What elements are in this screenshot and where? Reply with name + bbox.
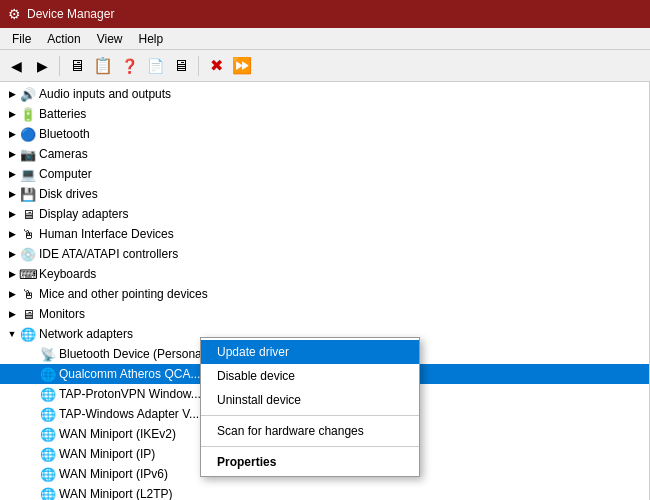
toolbar-properties[interactable]: 🖥 [65,54,89,78]
label-networkadapters: Network adapters [39,327,133,341]
toolbar-scan[interactable]: ✖ [204,54,228,78]
tree-item-diskdrives[interactable]: ▶ 💾 Disk drives [0,184,649,204]
icon-display: 🖥 [20,206,36,222]
toolbar-forward[interactable]: ▶ [30,54,54,78]
title-bar-text: Device Manager [27,7,114,21]
toolbar-sep2 [198,56,199,76]
toolbar-refresh[interactable]: ⏩ [230,54,254,78]
label-mice: Mice and other pointing devices [39,287,208,301]
tree-item-monitors[interactable]: ▶ 🖥 Monitors [0,304,649,324]
icon-diskdrives: 💾 [20,186,36,202]
icon-mice: 🖱 [20,286,36,302]
toggle-hid[interactable]: ▶ [4,226,20,242]
icon-bluetooth-pan: 📡 [40,346,56,362]
label-wan-ikev2: WAN Miniport (IKEv2) [59,427,176,441]
label-tap-windows: TAP-Windows Adapter V... [59,407,199,421]
main-content: ▶ 🔊 Audio inputs and outputs ▶ 🔋 Batteri… [0,82,650,500]
toggle-networkadapters[interactable]: ▼ [4,326,20,342]
toggle-bluetooth[interactable]: ▶ [4,126,20,142]
toggle-diskdrives[interactable]: ▶ [4,186,20,202]
tree-item-wan-l2tp[interactable]: ▶ 🌐 WAN Miniport (L2TP) [0,484,649,500]
icon-wan-ikev2: 🌐 [40,426,56,442]
label-hid: Human Interface Devices [39,227,174,241]
label-diskdrives: Disk drives [39,187,98,201]
toggle-mice[interactable]: ▶ [4,286,20,302]
context-menu-scan-hardware[interactable]: Scan for hardware changes [201,419,419,443]
tree-item-computer[interactable]: ▶ 💻 Computer [0,164,649,184]
icon-monitors: 🖥 [20,306,36,322]
toolbar-doc[interactable]: 📄 [143,54,167,78]
toggle-audio[interactable]: ▶ [4,86,20,102]
label-ide: IDE ATA/ATAPI controllers [39,247,178,261]
tree-item-cameras[interactable]: ▶ 📷 Cameras [0,144,649,164]
tree-item-display[interactable]: ▶ 🖥 Display adapters [0,204,649,224]
label-wan-ipv6: WAN Miniport (IPv6) [59,467,168,481]
icon-tap-protonvpn: 🌐 [40,386,56,402]
menu-action[interactable]: Action [39,30,88,48]
tree-item-ide[interactable]: ▶ 💿 IDE ATA/ATAPI controllers [0,244,649,264]
label-tap-protonvpn: TAP-ProtonVPN Window... [59,387,201,401]
icon-bluetooth: 🔵 [20,126,36,142]
context-menu-disable-device[interactable]: Disable device [201,364,419,388]
toggle-display[interactable]: ▶ [4,206,20,222]
context-menu-sep2 [201,446,419,447]
tree-item-bluetooth[interactable]: ▶ 🔵 Bluetooth [0,124,649,144]
toolbar: ◀ ▶ 🖥 📋 ❓ 📄 🖥 ✖ ⏩ [0,50,650,82]
tree-item-audio[interactable]: ▶ 🔊 Audio inputs and outputs [0,84,649,104]
context-menu-sep1 [201,415,419,416]
icon-wan-ip: 🌐 [40,446,56,462]
context-menu-uninstall-device[interactable]: Uninstall device [201,388,419,412]
toolbar-monitor[interactable]: 🖥 [169,54,193,78]
tree-item-batteries[interactable]: ▶ 🔋 Batteries [0,104,649,124]
icon-qualcomm: 🌐 [40,366,56,382]
toolbar-back[interactable]: ◀ [4,54,28,78]
toolbar-update[interactable]: 📋 [91,54,115,78]
tree-item-keyboards[interactable]: ▶ ⌨ Keyboards [0,264,649,284]
toolbar-sep1 [59,56,60,76]
tree-item-mice[interactable]: ▶ 🖱 Mice and other pointing devices [0,284,649,304]
menu-help[interactable]: Help [131,30,172,48]
context-menu: Update driver Disable device Uninstall d… [200,337,420,477]
icon-cameras: 📷 [20,146,36,162]
icon-audio: 🔊 [20,86,36,102]
context-menu-update-driver[interactable]: Update driver [201,340,419,364]
icon-wan-ipv6: 🌐 [40,466,56,482]
toggle-batteries[interactable]: ▶ [4,106,20,122]
title-bar: ⚙ Device Manager [0,0,650,28]
label-qualcomm: Qualcomm Atheros QCA... [59,367,200,381]
menu-file[interactable]: File [4,30,39,48]
toggle-monitors[interactable]: ▶ [4,306,20,322]
label-monitors: Monitors [39,307,85,321]
label-computer: Computer [39,167,92,181]
tree-item-hid[interactable]: ▶ 🖱 Human Interface Devices [0,224,649,244]
icon-ide: 💿 [20,246,36,262]
label-wan-l2tp: WAN Miniport (L2TP) [59,487,173,500]
menu-bar: File Action View Help [0,28,650,50]
icon-keyboards: ⌨ [20,266,36,282]
label-audio: Audio inputs and outputs [39,87,171,101]
toggle-computer[interactable]: ▶ [4,166,20,182]
menu-view[interactable]: View [89,30,131,48]
title-bar-icon: ⚙ [8,6,21,22]
toggle-ide[interactable]: ▶ [4,246,20,262]
toolbar-help[interactable]: ❓ [117,54,141,78]
icon-computer: 💻 [20,166,36,182]
label-display: Display adapters [39,207,128,221]
context-menu-properties[interactable]: Properties [201,450,419,474]
icon-tap-windows: 🌐 [40,406,56,422]
label-bluetooth: Bluetooth [39,127,90,141]
toggle-cameras[interactable]: ▶ [4,146,20,162]
label-wan-ip: WAN Miniport (IP) [59,447,155,461]
icon-networkadapters: 🌐 [20,326,36,342]
icon-wan-l2tp: 🌐 [40,486,56,500]
icon-batteries: 🔋 [20,106,36,122]
label-cameras: Cameras [39,147,88,161]
icon-hid: 🖱 [20,226,36,242]
label-batteries: Batteries [39,107,86,121]
label-keyboards: Keyboards [39,267,96,281]
